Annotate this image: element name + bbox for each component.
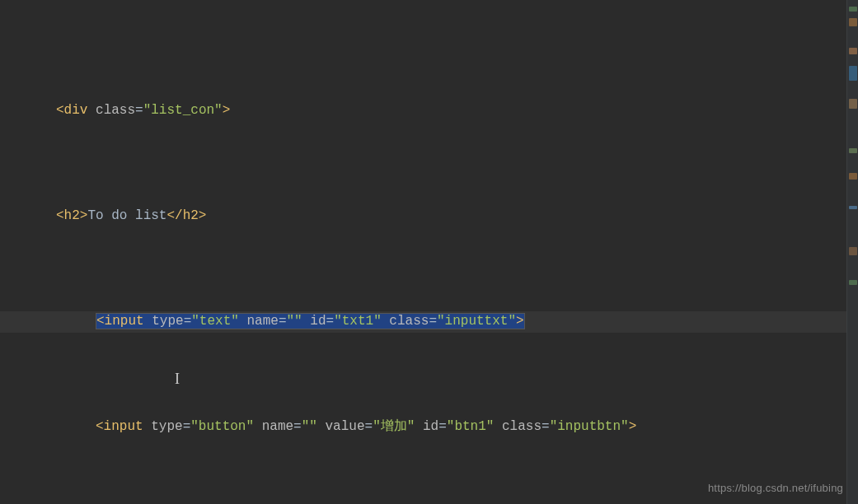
code-editor[interactable]: <div class="list_con"> <h2>To do list</h…	[0, 0, 858, 504]
code-line[interactable]: <div class="list_con">	[0, 100, 858, 122]
minimap-chunk	[849, 48, 857, 54]
h2-text: To do list	[87, 208, 166, 223]
minimap-chunk	[849, 7, 857, 12]
selection: <input type="text" name="" id="txt1" cla…	[96, 313, 525, 329]
attr-class: class	[96, 103, 135, 118]
minimap-chunk	[849, 173, 857, 180]
minimap-chunk	[849, 206, 857, 209]
tag-input: input	[105, 314, 144, 329]
code-line-selected[interactable]: <input type="text" name="" id="txt1" cla…	[0, 311, 858, 333]
tag-open: <	[56, 103, 64, 118]
str-list-con: "list_con"	[143, 103, 223, 118]
minimap[interactable]	[846, 0, 858, 504]
code-line[interactable]: <input type="button" name="" value="增加" …	[0, 417, 858, 438]
text-cursor-icon: I	[175, 367, 180, 391]
minimap-chunk	[849, 148, 857, 153]
watermark-text: https://blog.csdn.net/ifubing	[708, 480, 843, 497]
tag-h2: h2	[64, 208, 80, 223]
minimap-chunk	[849, 99, 857, 109]
minimap-chunk	[849, 280, 857, 285]
tag-div: div	[64, 103, 88, 118]
tag-input: input	[104, 419, 143, 434]
minimap-chunk	[849, 66, 857, 81]
minimap-chunk	[849, 247, 857, 255]
minimap-chunk	[849, 18, 857, 26]
code-line[interactable]: <h2>To do list</h2>	[0, 206, 858, 227]
